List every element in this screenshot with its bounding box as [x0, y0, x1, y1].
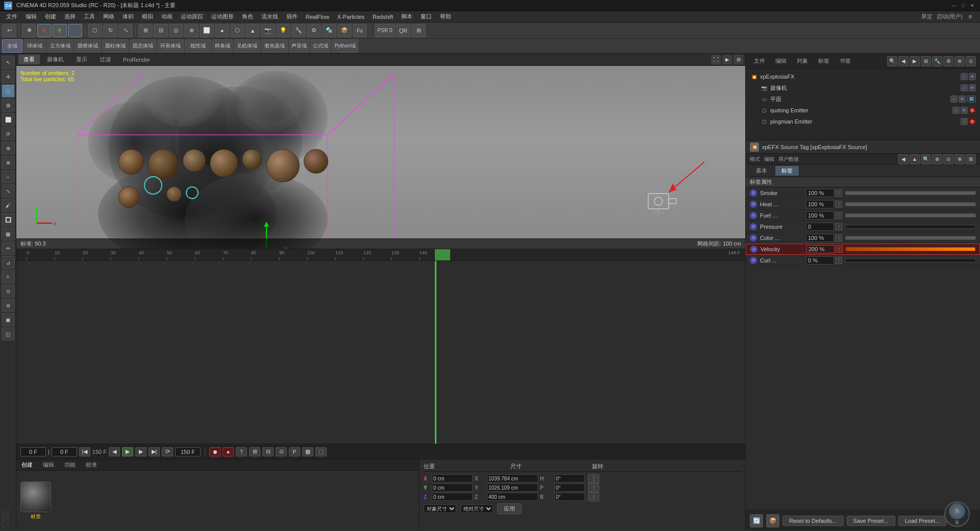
scene-ctrl-check-plane[interactable]: ✓ [950, 95, 958, 103]
xp-btn5[interactable]: ▦ [302, 447, 313, 456]
left-tool-10[interactable]: ⤡ [2, 184, 15, 198]
tb12[interactable]: 📷 [261, 24, 275, 37]
xp-btn2[interactable]: ⊟ [262, 447, 274, 456]
prop-stepper-color[interactable]: ⋮ [835, 234, 842, 242]
z-stepper[interactable]: ⋮ [588, 492, 599, 501]
qr-btn[interactable]: QR [396, 24, 410, 37]
prop-value-color[interactable] [806, 234, 834, 242]
scene-ctrl-eye[interactable]: 👁 [969, 73, 976, 80]
goto-start-btn[interactable]: |◀ [79, 447, 90, 456]
menu-mesh[interactable]: 网格 [99, 11, 118, 22]
scene-item-qudong[interactable]: ⬡ qudong Emitter ✓ 👁 🔴 [746, 105, 980, 116]
left-tool-15[interactable]: ⊿ [2, 256, 15, 269]
domain-all[interactable]: 全域 [2, 39, 22, 53]
prop-icon-heat[interactable]: ⊙ [750, 201, 757, 208]
prop-stepper-curl[interactable]: ⋮ [835, 257, 842, 264]
tab-display[interactable]: 显示 [71, 55, 92, 64]
vp-icon1[interactable]: ⛶ [712, 55, 721, 64]
close-button[interactable]: ✕ [969, 2, 976, 9]
mode-icon6[interactable]: ⊕ [954, 154, 965, 164]
rs-icon1[interactable]: ⊞ [921, 56, 931, 66]
goto-end-btn[interactable]: ▶| [149, 447, 160, 456]
scale-z-btn[interactable]: Z [68, 24, 82, 37]
rtab-edit[interactable]: 编辑 [771, 56, 791, 66]
left-tool-12[interactable]: 🔳 [2, 213, 15, 226]
mode-icon1[interactable]: ◀ [898, 154, 909, 164]
menu-redshift[interactable]: Redshift [369, 11, 397, 22]
left-tool-4[interactable]: ⊞ [2, 99, 15, 112]
tb9[interactable]: ● [215, 24, 229, 37]
material-preview[interactable] [20, 481, 51, 512]
tb15[interactable]: ⚙ [307, 24, 321, 37]
left-tool-14[interactable]: ✏ [2, 242, 15, 255]
prop-slider-heat[interactable] [845, 202, 976, 206]
menu-xparticles[interactable]: X-Particles [333, 11, 369, 22]
menu-window[interactable]: 窗口 [416, 11, 436, 22]
domain-cube[interactable]: 立方体域 [47, 39, 74, 53]
prev-frame-btn[interactable]: ◀ [109, 447, 120, 456]
menu-pipeline[interactable]: 流水线 [257, 11, 282, 22]
menu-realflow[interactable]: RealFlow [302, 11, 333, 22]
domain-spline[interactable]: 样条域 [212, 39, 233, 53]
play-btn[interactable]: ▶ [122, 447, 133, 456]
record-btn[interactable]: ⏺ [209, 447, 220, 456]
left-tool-9[interactable]: ↔ [2, 170, 15, 183]
select-btn[interactable]: ⬡ [88, 24, 102, 37]
tb4[interactable]: ⊞ [138, 24, 153, 37]
prop-icon-smoke[interactable]: ⊙ [750, 189, 757, 197]
help-btn[interactable]: ? [236, 447, 247, 456]
frame-end[interactable] [175, 447, 201, 456]
maximize-button[interactable]: □ [960, 2, 967, 9]
y-stepper[interactable]: ⋮ [588, 483, 599, 492]
menu-plugin[interactable]: 插件 [282, 11, 302, 22]
scene-ctrl-tag-pm[interactable]: 🔴 [969, 118, 976, 125]
tab-edit[interactable]: 编辑 [40, 460, 57, 470]
input-y-rot[interactable] [554, 484, 585, 492]
load-preset-btn[interactable]: Load Preset... [898, 516, 947, 526]
prop-value-fuel[interactable] [806, 211, 834, 220]
tb10[interactable]: ⬡ [230, 24, 244, 37]
rtab-tag[interactable]: 标签 [814, 56, 834, 66]
viewport-3d[interactable]: Number of emitters: 2 Total live particl… [16, 66, 745, 249]
timeline-track[interactable] [16, 261, 745, 444]
menu-motion-track[interactable]: 运动跟踪 [177, 11, 207, 22]
prop-value-smoke[interactable] [806, 189, 834, 197]
prop-icon-curl[interactable]: ⊙ [750, 257, 757, 264]
mode-icon2[interactable]: ▲ [910, 154, 920, 164]
left-tool-16[interactable]: ⟡ [2, 270, 15, 283]
psr-btn[interactable]: PSR 0 [375, 24, 395, 37]
move-btn[interactable]: ✥ [22, 24, 36, 37]
input-x-pos[interactable] [432, 474, 473, 482]
scene-ctrl-eye-qd[interactable]: 👁 [961, 107, 968, 114]
frame-start[interactable] [52, 447, 77, 456]
prop-value-heat[interactable] [806, 200, 834, 208]
prop-slider-smoke[interactable] [845, 191, 976, 195]
reset-defaults-btn[interactable]: Reset to Defaults... [782, 516, 844, 526]
tb11[interactable]: ▲ [246, 24, 260, 37]
mode-icon5[interactable]: ⊙ [943, 154, 953, 164]
domain-camera[interactable]: 见机体域 [234, 39, 260, 53]
left-tool-19[interactable]: ▣ [2, 313, 15, 326]
undo-btn[interactable]: ↩ [2, 24, 16, 37]
scene-ctrl-eye-cam[interactable]: 👁 [969, 84, 976, 91]
menu-script[interactable]: 脚本 [397, 11, 416, 22]
input-y-pos[interactable] [432, 484, 473, 492]
footer-icon1[interactable]: 🔄 [750, 514, 763, 527]
input-x-size[interactable] [487, 474, 538, 482]
prop-icon-pressure[interactable]: ⊙ [750, 223, 757, 230]
scene-ctrl-check-qd[interactable]: ✓ [952, 107, 960, 114]
scene-ctrl-tag-qd[interactable]: 🔴 [969, 107, 976, 114]
input-x-rot[interactable] [554, 474, 585, 482]
left-tool-6[interactable]: ⟳ [2, 127, 15, 140]
domain-cylinder[interactable]: 圆柱体域 [102, 39, 129, 53]
tab-view[interactable]: 查看 [18, 55, 40, 64]
prop-stepper-heat[interactable]: ⋮ [835, 201, 842, 208]
domain-solid[interactable]: 固态体域 [130, 39, 156, 53]
scene-item-plane[interactable]: ▭ 平面 ✓ 👁 🖼 [746, 93, 980, 105]
rs-search-icon[interactable]: 🔍 [887, 56, 897, 66]
tb7[interactable]: ⊕ [184, 24, 199, 37]
prop-slider-color[interactable] [845, 236, 976, 240]
left-tool-11[interactable]: 🖌 [2, 199, 15, 212]
scene-ctrl-check[interactable]: ✓ [961, 73, 968, 80]
menu-volume[interactable]: 体积 [118, 11, 138, 22]
